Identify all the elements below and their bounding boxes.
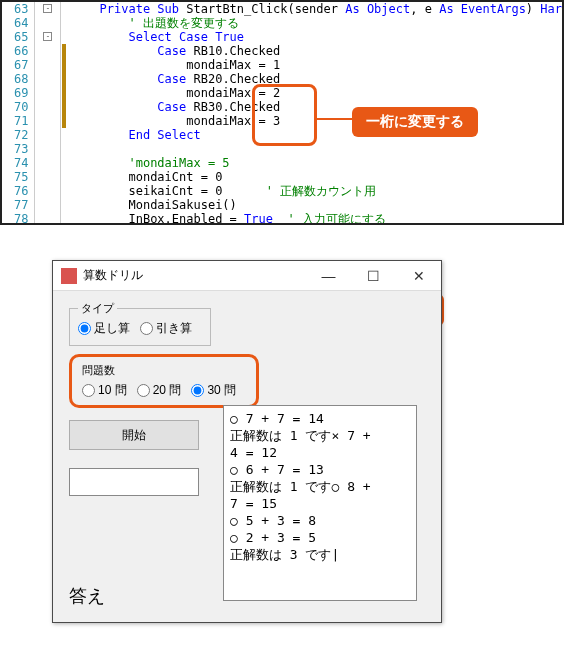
qcount-option[interactable]: 20 問 [137,383,182,397]
radio-input[interactable] [191,384,204,397]
radio-input[interactable] [140,322,153,335]
minimize-button[interactable]: — [306,261,351,291]
line-number: 78 [2,212,28,225]
line-number-gutter: 63646566676869707172737475767778 [2,2,35,225]
app-window: 算数ドリル — ☐ ✕ タイプ 足し算引き算 問題数 10 問20 問30 問 … [52,260,442,623]
radio-label: 引き算 [156,321,192,335]
line-number: 77 [2,198,28,212]
qcount-option[interactable]: 10 問 [82,383,127,397]
line-number: 76 [2,184,28,198]
type-legend: タイプ [78,301,117,316]
result-textbox[interactable]: ○ 7 + 7 = 14正解数は 1 です× 7 +4 = 12○ 6 + 7 … [223,405,417,601]
code-editor[interactable]: 63646566676869707172737475767778 - - Pri… [0,0,564,225]
code-line[interactable]: Select Case True [71,30,562,44]
code-line[interactable]: Private Sub StartBtn_Click(sender As Obj… [71,2,562,16]
radio-label: 30 問 [207,383,236,397]
radio-input[interactable] [78,322,91,335]
line-number: 66 [2,44,28,58]
radio-label: 足し算 [94,321,130,335]
type-group: タイプ 足し算引き算 [69,301,211,346]
code-line[interactable]: InBox.Enabled = True ' 入力可能にする [71,212,562,225]
line-number: 67 [2,58,28,72]
titlebar[interactable]: 算数ドリル — ☐ ✕ [53,261,441,291]
radio-label: 10 問 [98,383,127,397]
fold-icon[interactable]: - [43,32,52,41]
code-line[interactable]: Case RB20.Checked [71,72,562,86]
maximize-button[interactable]: ☐ [351,261,396,291]
radio-label: 20 問 [153,383,182,397]
result-line: 正解数は 3 です| [230,546,410,563]
code-line[interactable]: mondaiCnt = 0 [71,170,562,184]
line-number: 65 [2,30,28,44]
result-line: 4 = 12 [230,444,410,461]
line-number: 75 [2,170,28,184]
result-line: ○ 6 + 7 = 13 [230,461,410,478]
code-line[interactable]: mondaiMax = 1 [71,58,562,72]
result-line: ○ 7 + 7 = 14 [230,410,410,427]
annotation-label: 一桁に変更する [352,107,478,137]
radio-input[interactable] [137,384,150,397]
change-bar [61,2,67,225]
result-line: ○ 5 + 3 = 8 [230,512,410,529]
window-title: 算数ドリル [83,267,306,284]
code-line[interactable]: Case RB10.Checked [71,44,562,58]
code-line[interactable]: MondaiSakusei() [71,198,562,212]
line-number: 70 [2,100,28,114]
answer-input[interactable] [69,468,199,496]
code-line[interactable] [71,142,562,156]
code-line[interactable]: ' 出題数を変更する [71,16,562,30]
type-option[interactable]: 足し算 [78,321,130,335]
annotation-box [252,84,317,146]
qcount-option[interactable]: 30 問 [191,383,236,397]
result-line: 7 = 15 [230,495,410,512]
radio-input[interactable] [82,384,95,397]
line-number: 71 [2,114,28,128]
result-line: 正解数は 1 です○ 8 + [230,478,410,495]
qcount-highlight: 問題数 10 問20 問30 問 [69,354,259,408]
close-button[interactable]: ✕ [396,261,441,291]
line-number: 73 [2,142,28,156]
line-number: 72 [2,128,28,142]
qcount-legend: 問題数 [82,363,246,378]
fold-gutter: - - [35,2,60,225]
result-line: ○ 2 + 3 = 5 [230,529,410,546]
annotation-connector [317,118,352,120]
code-line[interactable]: seikaiCnt = 0 ' 正解数カウント用 [71,184,562,198]
code-line[interactable]: 'mondaiMax = 5 [71,156,562,170]
type-option[interactable]: 引き算 [140,321,192,335]
fold-icon[interactable]: - [43,4,52,13]
app-icon [61,268,77,284]
line-number: 64 [2,16,28,30]
line-number: 74 [2,156,28,170]
line-number: 68 [2,72,28,86]
start-button[interactable]: 開始 [69,420,199,450]
line-number: 63 [2,2,28,16]
result-line: 正解数は 1 です× 7 + [230,427,410,444]
line-number: 69 [2,86,28,100]
